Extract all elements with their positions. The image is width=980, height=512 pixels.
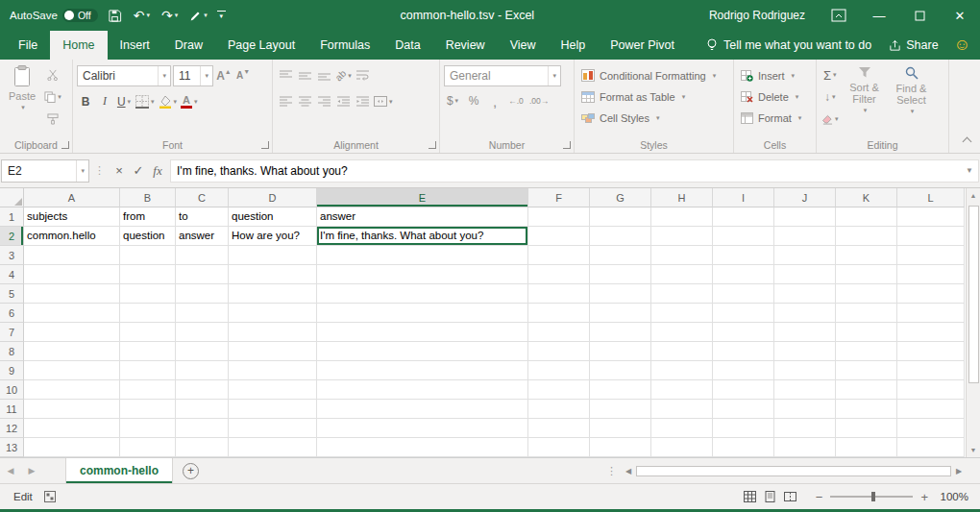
cell-L9[interactable] xyxy=(897,361,965,380)
cell-H10[interactable] xyxy=(651,380,713,400)
cell-L12[interactable] xyxy=(897,419,965,438)
cell-A3[interactable] xyxy=(24,246,120,265)
name-box-chevron-icon[interactable]: ▾ xyxy=(76,160,88,182)
fill-chevron-icon[interactable]: ▾ xyxy=(832,93,836,101)
cell-A4[interactable] xyxy=(24,265,120,284)
cell-J5[interactable] xyxy=(774,284,836,304)
cell-K6[interactable] xyxy=(836,304,897,323)
copy-chevron-icon[interactable]: ▾ xyxy=(58,93,61,101)
cell-J9[interactable] xyxy=(774,361,836,380)
cell-I4[interactable] xyxy=(713,265,774,284)
cell-E10[interactable] xyxy=(317,380,528,400)
new-sheet-button[interactable]: + xyxy=(183,463,199,479)
autosum-chevron-icon[interactable]: ▾ xyxy=(833,71,837,79)
ribbon-tab-page-layout[interactable]: Page Layout xyxy=(215,31,307,60)
pen-chevron-icon[interactable]: ▾ xyxy=(204,12,208,19)
zoom-slider-thumb[interactable] xyxy=(871,492,875,501)
cell-C10[interactable] xyxy=(176,380,229,400)
cell-A10[interactable] xyxy=(24,380,120,400)
cell-E9[interactable] xyxy=(317,361,528,380)
cell-F12[interactable] xyxy=(528,419,590,438)
cell-E4[interactable] xyxy=(317,265,528,284)
cell-F9[interactable] xyxy=(528,361,590,380)
ribbon-tab-formulas[interactable]: Formulas xyxy=(307,31,382,60)
orientation-button[interactable]: ab▾ xyxy=(334,66,353,85)
bold-button[interactable]: B xyxy=(77,92,94,111)
cell-A9[interactable] xyxy=(24,361,120,380)
cell-I7[interactable] xyxy=(713,323,774,342)
expand-formula-bar-icon[interactable]: ▼ xyxy=(961,166,978,175)
pen-button[interactable]: ▾ xyxy=(187,0,209,31)
cell-styles-chevron-icon[interactable]: ▾ xyxy=(656,114,660,122)
cell-B11[interactable] xyxy=(120,400,176,419)
cell-K2[interactable] xyxy=(836,227,897,246)
cell-G8[interactable] xyxy=(590,342,651,361)
row-header-1[interactable]: 1 xyxy=(0,207,24,227)
cell-F4[interactable] xyxy=(528,265,590,284)
ribbon-tab-insert[interactable]: Insert xyxy=(108,31,162,60)
cell-I8[interactable] xyxy=(713,342,774,361)
number-format-select[interactable]: General ▾ xyxy=(444,65,561,86)
cell-D13[interactable] xyxy=(229,438,317,457)
cell-H13[interactable] xyxy=(651,438,713,457)
feedback-smiley-icon[interactable]: ☺ xyxy=(954,31,970,60)
cell-K5[interactable] xyxy=(836,284,897,304)
column-header-C[interactable]: C xyxy=(176,188,229,207)
ribbon-tab-view[interactable]: View xyxy=(498,31,549,60)
insert-cells-chevron-icon[interactable]: ▾ xyxy=(792,72,796,80)
cell-K9[interactable] xyxy=(836,361,897,380)
format-as-table-chevron-icon[interactable]: ▾ xyxy=(682,93,686,101)
column-header-H[interactable]: H xyxy=(651,188,713,207)
clear-chevron-icon[interactable]: ▾ xyxy=(835,115,839,123)
name-box[interactable]: E2 ▾ xyxy=(1,159,89,183)
font-color-chevron-icon[interactable]: ▾ xyxy=(194,98,198,106)
orientation-chevron-icon[interactable]: ▾ xyxy=(348,72,352,80)
cell-E11[interactable] xyxy=(317,400,528,419)
cell-E2[interactable]: I'm fine, thanks. What about you? xyxy=(317,227,528,246)
accounting-format-button[interactable]: $▾ xyxy=(444,91,461,110)
cell-I2[interactable] xyxy=(713,227,774,246)
clear-button[interactable]: ▾ xyxy=(821,110,840,129)
zoom-in-button[interactable]: + xyxy=(920,490,928,504)
cell-D6[interactable] xyxy=(229,304,317,323)
cell-F3[interactable] xyxy=(528,246,590,265)
italic-button[interactable]: I xyxy=(96,92,113,111)
cell-B13[interactable] xyxy=(120,438,176,457)
select-all-corner[interactable] xyxy=(0,188,24,207)
accounting-chevron-icon[interactable]: ▾ xyxy=(455,97,459,105)
align-left-button[interactable] xyxy=(277,92,294,111)
cell-J1[interactable] xyxy=(774,207,836,227)
cell-C12[interactable] xyxy=(176,419,229,438)
borders-chevron-icon[interactable]: ▾ xyxy=(151,98,155,106)
underline-chevron-icon[interactable]: ▾ xyxy=(128,98,132,106)
column-header-D[interactable]: D xyxy=(229,188,317,207)
cell-D5[interactable] xyxy=(229,284,317,304)
font-size-select[interactable]: 11 ▾ xyxy=(173,65,213,86)
cell-G3[interactable] xyxy=(590,246,651,265)
cell-C11[interactable] xyxy=(176,400,229,419)
cell-styles-button[interactable]: Cell Styles ▾ xyxy=(578,108,729,128)
cell-C13[interactable] xyxy=(176,438,229,457)
cancel-entry-button[interactable]: × xyxy=(110,159,129,183)
cell-B2[interactable]: question xyxy=(120,227,176,246)
font-size-chevron-icon[interactable]: ▾ xyxy=(200,66,212,85)
conditional-formatting-chevron-icon[interactable]: ▾ xyxy=(713,72,717,80)
column-header-G[interactable]: G xyxy=(590,188,651,207)
cell-J11[interactable] xyxy=(774,400,836,419)
fill-color-chevron-icon[interactable]: ▾ xyxy=(174,98,178,106)
cell-L1[interactable] xyxy=(897,207,965,227)
column-header-A[interactable]: A xyxy=(24,188,120,207)
decrease-decimal-button[interactable]: .00→ xyxy=(528,91,550,110)
cell-C9[interactable] xyxy=(176,361,229,380)
cell-F2[interactable] xyxy=(528,227,590,246)
cell-I1[interactable] xyxy=(713,207,774,227)
cell-K10[interactable] xyxy=(836,380,897,400)
cell-J4[interactable] xyxy=(774,265,836,284)
cell-L11[interactable] xyxy=(897,400,965,419)
cell-K3[interactable] xyxy=(836,246,897,265)
conditional-formatting-button[interactable]: Conditional Formatting ▾ xyxy=(578,65,729,85)
cell-D9[interactable] xyxy=(229,361,317,380)
cell-F13[interactable] xyxy=(528,438,590,457)
increase-font-size-button[interactable]: A▲ xyxy=(215,66,233,85)
cell-G12[interactable] xyxy=(590,419,651,438)
